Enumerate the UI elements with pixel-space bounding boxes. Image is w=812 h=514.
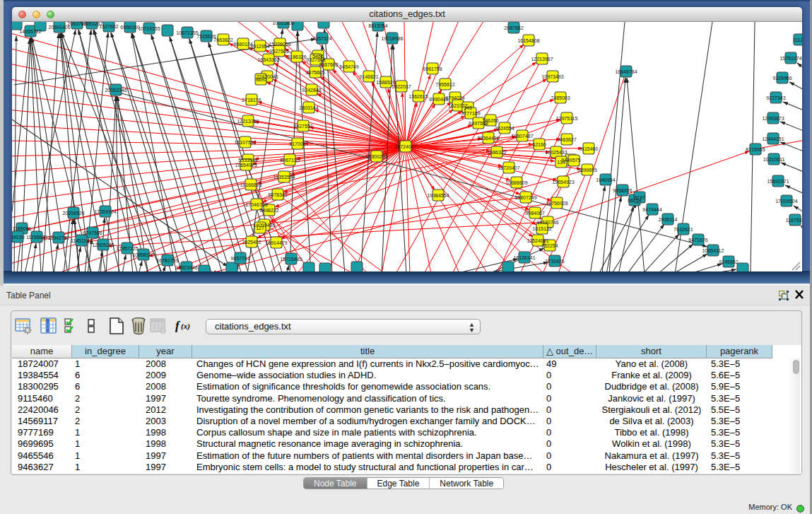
svg-text:19724007: 19724007 bbox=[394, 144, 416, 149]
svg-text:8067130: 8067130 bbox=[280, 158, 299, 163]
svg-text:1362615: 1362615 bbox=[408, 94, 428, 99]
svg-text:6497568: 6497568 bbox=[469, 121, 488, 126]
svg-text:17016504: 17016504 bbox=[775, 199, 797, 204]
svg-text:127: 127 bbox=[256, 226, 264, 230]
svg-text:3875685: 3875685 bbox=[305, 70, 324, 75]
svg-text:19384554: 19384554 bbox=[427, 193, 449, 198]
svg-text:11123: 11123 bbox=[793, 37, 802, 42]
svg-text:(x): (x) bbox=[181, 322, 190, 331]
svg-text:9463627: 9463627 bbox=[557, 137, 576, 142]
svg-text:18807249: 18807249 bbox=[514, 195, 536, 200]
svg-text:16154808: 16154808 bbox=[517, 38, 539, 43]
svg-text:9890: 9890 bbox=[255, 77, 266, 82]
svg-text:9899695: 9899695 bbox=[577, 168, 596, 173]
svg-text:9115460: 9115460 bbox=[579, 146, 599, 151]
svg-text:252254: 252254 bbox=[541, 243, 558, 248]
svg-text:5533594: 5533594 bbox=[238, 158, 257, 163]
svg-text:19218986: 19218986 bbox=[381, 36, 403, 41]
svg-text:16120746: 16120746 bbox=[536, 220, 558, 225]
svg-text:8186326: 8186326 bbox=[287, 54, 306, 59]
svg-text:15300293: 15300293 bbox=[365, 154, 387, 159]
svg-text:2718176: 2718176 bbox=[242, 98, 261, 103]
svg-text:20364436: 20364436 bbox=[477, 136, 499, 141]
svg-text:16782759: 16782759 bbox=[156, 258, 178, 263]
svg-text:6961758: 6961758 bbox=[423, 66, 442, 71]
svg-text:10025433: 10025433 bbox=[545, 150, 567, 155]
svg-text:8454749: 8454749 bbox=[339, 64, 358, 69]
svg-text:20206526: 20206526 bbox=[62, 211, 84, 216]
svg-text:2367608: 2367608 bbox=[319, 62, 338, 67]
svg-text:1640954: 1640954 bbox=[596, 177, 615, 182]
svg-text:16543362: 16543362 bbox=[257, 57, 279, 62]
svg-text:7955812: 7955812 bbox=[435, 82, 454, 87]
svg-text:5498222: 5498222 bbox=[259, 208, 278, 213]
svg-text:1527602: 1527602 bbox=[99, 24, 118, 29]
svg-text:9146821: 9146821 bbox=[359, 74, 378, 79]
svg-text:9242848: 9242848 bbox=[302, 88, 321, 93]
svg-text:9777169: 9777169 bbox=[461, 111, 480, 116]
svg-text:7485003: 7485003 bbox=[551, 95, 570, 100]
svg-text:9797586: 9797586 bbox=[83, 230, 102, 235]
svg-text:12505185: 12505185 bbox=[92, 243, 114, 247]
svg-text:16107552: 16107552 bbox=[234, 140, 256, 145]
svg-text:10719155: 10719155 bbox=[138, 26, 160, 31]
svg-text:9227343: 9227343 bbox=[766, 95, 785, 100]
svg-text:1615132: 1615132 bbox=[532, 226, 551, 231]
svg-text:15226058: 15226058 bbox=[269, 42, 290, 47]
svg-text:3624554: 3624554 bbox=[495, 126, 514, 131]
svg-text:12942737: 12942737 bbox=[47, 235, 69, 240]
svg-text:12444151: 12444151 bbox=[762, 136, 784, 141]
svg-text:10210611: 10210611 bbox=[763, 157, 785, 162]
svg-text:8912954: 8912954 bbox=[250, 44, 269, 49]
svg-text:62160: 62160 bbox=[532, 142, 546, 147]
svg-text:11156829: 11156829 bbox=[26, 235, 47, 240]
svg-text:9527505: 9527505 bbox=[269, 49, 288, 54]
svg-text:15720407: 15720407 bbox=[498, 165, 519, 170]
svg-text:9329966: 9329966 bbox=[772, 76, 792, 81]
svg-text:11353594: 11353594 bbox=[273, 175, 295, 180]
svg-text:9474444: 9474444 bbox=[642, 207, 661, 212]
svg-text:19166825: 19166825 bbox=[240, 182, 261, 187]
svg-text:12093873: 12093873 bbox=[762, 116, 784, 121]
svg-text:15692971: 15692971 bbox=[767, 179, 789, 184]
svg-text:12213369: 12213369 bbox=[237, 119, 259, 124]
svg-text:19756928: 19756928 bbox=[546, 201, 567, 206]
svg-text:2935114: 2935114 bbox=[659, 217, 678, 222]
svg-text:7632621: 7632621 bbox=[673, 227, 693, 232]
svg-text:17359924: 17359924 bbox=[94, 209, 116, 214]
svg-text:7357224: 7357224 bbox=[312, 36, 331, 41]
svg-text:10654112: 10654112 bbox=[702, 248, 724, 253]
svg-text:6966160: 6966160 bbox=[120, 25, 139, 30]
svg-text:7986322: 7986322 bbox=[487, 150, 506, 155]
svg-text:9857791: 9857791 bbox=[230, 256, 249, 261]
svg-text:f: f bbox=[175, 319, 181, 332]
svg-text:134: 134 bbox=[557, 160, 565, 165]
svg-text:12923446: 12923446 bbox=[175, 265, 197, 270]
svg-text:14055712: 14055712 bbox=[19, 29, 41, 34]
svg-text:2087682: 2087682 bbox=[504, 25, 523, 30]
svg-text:1733426: 1733426 bbox=[545, 259, 564, 264]
svg-text:6794024: 6794024 bbox=[445, 95, 464, 100]
svg-text:13524651: 13524651 bbox=[526, 238, 548, 243]
svg-text:1167533: 1167533 bbox=[786, 218, 802, 223]
svg-text:9327508: 9327508 bbox=[306, 57, 325, 62]
svg-text:8878342: 8878342 bbox=[268, 192, 287, 197]
svg-text:16136141: 16136141 bbox=[513, 255, 535, 260]
svg-text:1185061: 1185061 bbox=[13, 226, 32, 231]
svg-text:19654923: 19654923 bbox=[552, 180, 574, 185]
svg-text:15716485: 15716485 bbox=[280, 257, 302, 262]
svg-text:10973493: 10973493 bbox=[541, 74, 563, 79]
svg-text:9245652: 9245652 bbox=[719, 259, 738, 264]
svg-text:10807487: 10807487 bbox=[511, 134, 533, 139]
svg-text:17957225: 17957225 bbox=[116, 246, 138, 251]
svg-text:10671355: 10671355 bbox=[176, 30, 198, 35]
svg-text:10688609: 10688609 bbox=[505, 180, 527, 185]
svg-text:20053346: 20053346 bbox=[105, 88, 126, 93]
svg-text:11451194: 11451194 bbox=[71, 238, 92, 243]
svg-text:9084067: 9084067 bbox=[525, 211, 544, 216]
svg-text:2803144: 2803144 bbox=[299, 105, 318, 110]
svg-text:8813054: 8813054 bbox=[368, 23, 387, 28]
svg-text:17046768: 17046768 bbox=[245, 202, 267, 207]
svg-text:7663822: 7663822 bbox=[213, 37, 233, 42]
svg-text:8471676: 8471676 bbox=[688, 238, 707, 243]
